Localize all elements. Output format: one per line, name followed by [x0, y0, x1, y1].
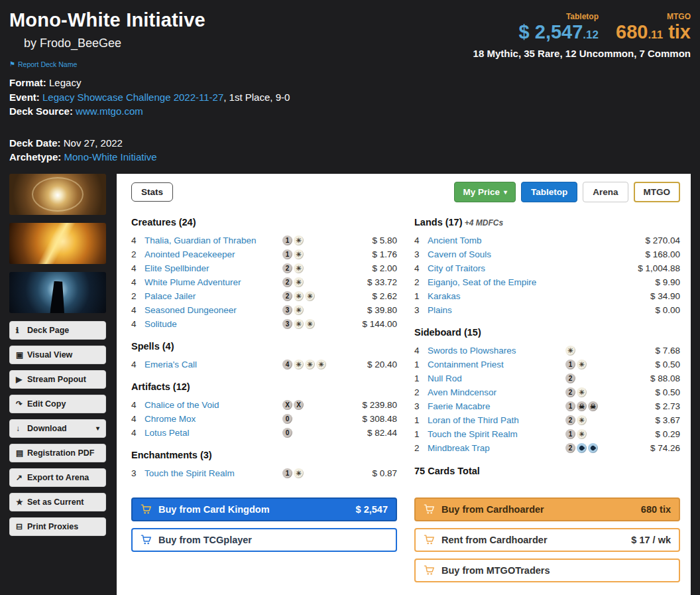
card-price: $ 144.00 — [345, 319, 397, 329]
view-tab-arena[interactable]: Arena — [583, 182, 628, 202]
card-link[interactable]: Chalice of the Void — [145, 400, 219, 410]
card-price: $ 3.67 — [628, 415, 680, 425]
section-header: Sideboard (15) — [414, 327, 680, 338]
card-link[interactable]: Eiganjo, Seat of the Empire — [428, 277, 536, 287]
buy-button-label: Buy from Card Kingdom — [158, 504, 270, 515]
card-link[interactable]: Palace Jailer — [145, 291, 196, 301]
card-link[interactable]: Thalia, Guardian of Thraben — [145, 235, 257, 245]
mana-cost: 1☀ — [282, 468, 345, 478]
card-link[interactable]: Lotus Petal — [145, 428, 190, 438]
sidebar-button-stream-popout[interactable]: ▶Stream Popout — [9, 370, 106, 389]
mana-symbol-B: ☠ — [588, 401, 598, 411]
sidebar-button-registration-pdf[interactable]: ▤Registration PDF — [9, 444, 106, 462]
mana-cost: 1☀ — [565, 360, 628, 369]
card-link[interactable]: Solitude — [145, 319, 177, 329]
mana-cost: 1☀ — [565, 429, 628, 439]
sidebar-button-export-to-arena[interactable]: ↗Export to Arena — [9, 468, 106, 487]
archetype-link[interactable]: Mono-White Initiative — [64, 151, 157, 163]
deck-art-thumbnail-2[interactable] — [9, 223, 106, 264]
card-link[interactable]: Seasoned Dungeoneer — [145, 305, 237, 315]
sidebar-button-label: Stream Popout — [27, 375, 99, 384]
buy-button-price: 680 tix — [641, 504, 671, 515]
card-link[interactable]: Karakas — [428, 291, 461, 301]
mana-symbol-W: ☀ — [294, 277, 304, 287]
card-link[interactable]: White Plume Adventurer — [145, 277, 241, 287]
card-qty: 2 — [414, 387, 428, 397]
my-price-dropdown[interactable]: My Price▾ — [454, 182, 516, 202]
card-link[interactable]: Chrome Mox — [145, 414, 196, 424]
card-link[interactable]: Faerie Macabre — [428, 401, 491, 411]
card-link[interactable]: Elite Spellbinder — [145, 263, 209, 273]
deck-art-thumbnail-3[interactable] — [9, 272, 106, 313]
card-row: 1Karakas$ 34.90 — [414, 289, 680, 303]
card-link[interactable]: Mindbreak Trap — [428, 443, 490, 453]
card-link[interactable]: Aven Mindcensor — [428, 387, 496, 397]
sidebar-button-label: Set as Current — [27, 497, 99, 507]
card-price: $ 1.76 — [345, 249, 397, 259]
card-link[interactable]: Touch the Spirit Realm — [428, 429, 518, 439]
mana-symbol-2: 2 — [565, 373, 575, 383]
mana-cost: 0 — [282, 428, 345, 438]
sidebar-button-print-proxies[interactable]: ⊟Print Proxies — [9, 517, 106, 536]
card-link[interactable]: Loran of the Third Path — [428, 415, 519, 425]
deck-column-right: Lands (17) +4 MDFCs4Ancient Tomb$ 270.04… — [414, 217, 680, 480]
mana-symbol-2: 2 — [565, 387, 575, 397]
mana-symbol-W: ☀ — [316, 360, 326, 369]
deck-source-link[interactable]: www.mtgo.com — [76, 105, 143, 117]
deck-author: by Frodo_BeeGee — [24, 36, 205, 50]
page-header: Mono-White Initiative by Frodo_BeeGee ⚑ … — [9, 9, 691, 69]
card-link[interactable]: Anointed Peacekeeper — [145, 249, 235, 259]
view-tab-mtgo[interactable]: MTGO — [634, 182, 681, 202]
mana-symbol-W: ☀ — [294, 468, 304, 478]
card-row: 4Seasoned Dungeoneer3☀$ 39.80 — [131, 303, 397, 317]
deck-art-thumbnail-1[interactable] — [9, 174, 106, 215]
sidebar-button-edit-copy[interactable]: ↷Edit Copy — [9, 395, 106, 413]
card-price: $ 34.90 — [628, 291, 680, 301]
buy-cardhoarder-button[interactable]: Buy from Cardhoarder 680 tix — [414, 497, 680, 521]
card-link[interactable]: Plains — [428, 305, 452, 315]
sidebar-button-visual-view[interactable]: ▣Visual View — [9, 346, 106, 364]
rent-cardhoarder-button[interactable]: Rent from Cardhoarder $ 17 / wk — [414, 528, 680, 552]
image-icon: ▣ — [16, 350, 27, 360]
mana-cost: 3☀ — [282, 305, 345, 315]
mana-symbol-W: ☀ — [577, 429, 587, 439]
card-link[interactable]: Cavern of Souls — [428, 249, 491, 259]
card-qty: 1 — [414, 291, 428, 301]
stats-button[interactable]: Stats — [131, 182, 173, 202]
card-link[interactable]: Ancient Tomb — [428, 235, 482, 245]
mana-symbol-3: 3 — [282, 305, 292, 315]
card-name-cell: Solitude — [145, 319, 282, 329]
mana-symbol-U — [588, 443, 598, 453]
card-qty: 1 — [414, 360, 428, 369]
card-row: 4Thalia, Guardian of Thraben1☀$ 5.80 — [131, 233, 397, 247]
event-link[interactable]: Legacy Showcase Challenge 2022-11-27 — [42, 92, 223, 103]
card-qty: 4 — [131, 360, 145, 369]
card-link[interactable]: Containment Priest — [428, 360, 504, 369]
rarity-summary: 18 Mythic, 35 Rare, 12 Uncommon, 7 Commo… — [473, 48, 691, 59]
sidebar-button-set-as-current[interactable]: ★Set as Current — [9, 493, 106, 511]
tabletop-price-value: $ 2,547.12 — [519, 23, 599, 42]
mana-cost: 1☀ — [282, 249, 345, 259]
buy-mtgotraders-button[interactable]: Buy from MTGOTraders — [414, 559, 680, 582]
card-name-cell: Lotus Petal — [145, 428, 282, 438]
sidebar-button-deck-page[interactable]: ℹDeck Page — [9, 321, 106, 340]
card-link[interactable]: City of Traitors — [428, 263, 485, 273]
report-deck-name-link[interactable]: ⚑ Report Deck Name — [9, 60, 77, 68]
card-price: $ 9.90 — [628, 277, 680, 287]
card-link[interactable]: Touch the Spirit Realm — [145, 468, 235, 478]
card-row: 1Containment Priest1☀$ 0.50 — [414, 358, 680, 371]
card-row: 2Anointed Peacekeeper1☀$ 1.76 — [131, 247, 397, 261]
card-link[interactable]: Null Rod — [428, 373, 462, 383]
section-title: Creatures (24) — [131, 217, 196, 228]
card-link[interactable]: Emeria's Call — [145, 360, 197, 369]
card-link[interactable]: Swords to Plowshares — [428, 346, 516, 356]
buy-tcgplayer-button[interactable]: Buy from TCGplayer — [131, 528, 397, 552]
sidebar-button-download[interactable]: ↓Download▾ — [9, 419, 106, 438]
mtgo-price-label: MTGO — [667, 12, 691, 21]
mana-symbol-W: ☀ — [294, 249, 304, 259]
card-price: $ 0.50 — [628, 387, 680, 397]
card-row: 4Chalice of the VoidXX$ 239.80 — [131, 398, 397, 412]
buy-card-kingdom-button[interactable]: Buy from Card Kingdom $ 2,547 — [131, 497, 397, 521]
view-tab-tabletop[interactable]: Tabletop — [521, 182, 577, 202]
mana-symbol-0: 0 — [282, 428, 292, 438]
